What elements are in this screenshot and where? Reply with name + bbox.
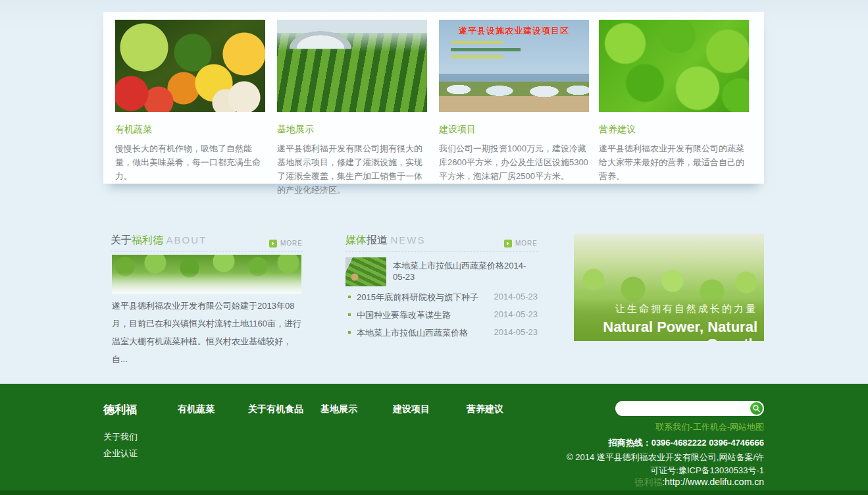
bullet-icon bbox=[348, 313, 351, 316]
lettuce-photo[interactable] bbox=[599, 20, 749, 112]
footer-link-sitemap[interactable]: 网站地图 bbox=[730, 422, 764, 432]
banner-slogan-cn: 让生命拥有自然成长的力量 bbox=[574, 303, 757, 315]
footer-link-certification[interactable]: 企业认证 bbox=[103, 448, 138, 459]
footer-nav-about-organic-food[interactable]: 关于有机食品 bbox=[248, 404, 303, 415]
vegetables-assortment-photo[interactable] bbox=[115, 20, 265, 112]
bullet-icon bbox=[348, 331, 351, 334]
featured-news-title[interactable]: 本地菜上市拉低山西蔬菜价格2014-05-23 bbox=[393, 260, 538, 282]
footer-link-jobs[interactable]: 工作机会 bbox=[693, 422, 727, 432]
search-icon bbox=[752, 404, 761, 413]
about-text: 遂平县德利福农业开发有限公司始建于2013年08月，目前已在和兴镇恒兴村流转土地… bbox=[112, 297, 303, 368]
footer-copyright-line2: 可证号:豫ICP备13030533号-1 bbox=[650, 465, 764, 477]
more-arrow-icon bbox=[269, 240, 277, 248]
more-label: MORE bbox=[280, 240, 303, 247]
featured-news: 本地菜上市拉低山西蔬菜价格2014-05-23 bbox=[345, 256, 538, 286]
footer-nav-organic-vegetables[interactable]: 有机蔬菜 bbox=[178, 404, 215, 415]
construction-billboard-photo[interactable]: 遂平县设施农业建设项目区 bbox=[439, 20, 589, 112]
feature-panel: 有机蔬菜 慢慢长大的有机作物，吸饱了自然能量，做出美味菜肴，每一口都充满生命力。… bbox=[103, 12, 764, 184]
banner-slogan-en: Natural Power, Natural Growth bbox=[574, 319, 757, 341]
news-item-title[interactable]: 本地菜上市拉低山西蔬菜价格 bbox=[357, 327, 468, 339]
card-title[interactable]: 营养建议 bbox=[599, 124, 749, 136]
news-list: 2015年底前科研院校与旗下种子 2014-05-23 中国种业要靠改革谋生路 … bbox=[345, 292, 538, 345]
news-section: 媒体报道 NEWS MORE 本地菜上市拉低山西蔬菜价格2014-05-23 2… bbox=[345, 234, 538, 251]
about-title-en: ABOUT bbox=[166, 234, 207, 246]
news-item-date: 2014-05-23 bbox=[494, 327, 538, 337]
news-item-date: 2014-05-23 bbox=[494, 292, 538, 301]
about-title-prefix: 关于 bbox=[111, 234, 132, 246]
search-button[interactable] bbox=[750, 402, 763, 415]
billboard-title: 遂平县设施农业建设项目区 bbox=[444, 25, 584, 37]
news-title-suffix: 报道 bbox=[367, 234, 388, 246]
news-item-date: 2014-05-23 bbox=[494, 309, 538, 319]
news-header: 媒体报道 NEWS MORE bbox=[345, 234, 538, 251]
card-title[interactable]: 基地展示 bbox=[277, 124, 427, 136]
card-construction-project: 遂平县设施农业建设项目区 建设项目 我们公司一期投资1000万元，建设冷藏库26… bbox=[439, 20, 589, 183]
bullet-icon bbox=[348, 296, 351, 298]
card-base-display: 基地展示 遂平县德利福开发有限公司拥有很大的基地展示项目，修建了灌溉设施，实现了… bbox=[277, 20, 427, 197]
footer-copyright-line1: © 2014 遂平县德利福农业开发有限公司,网站备案/许 bbox=[567, 452, 764, 463]
news-title-highlight: 媒体 bbox=[345, 234, 367, 246]
news-title-en: NEWS bbox=[390, 234, 425, 246]
news-list-item: 中国种业要靠改革谋生路 2014-05-23 bbox=[345, 309, 538, 327]
footer-link-contact-us[interactable]: 联系我们 bbox=[655, 422, 690, 432]
footer-site-label: 德利福 bbox=[634, 477, 662, 487]
footer-quick-links: 联系我们-工作机会-网站地图 bbox=[655, 421, 764, 433]
footer-link-about-us[interactable]: 关于我们 bbox=[103, 431, 138, 443]
greenhouse-tunnel-shape bbox=[281, 22, 360, 49]
promo-banner-image: 让生命拥有自然成长的力量 Natural Power, Natural Grow… bbox=[574, 234, 764, 341]
card-description: 遂平县德利福农业开发有限公司的蔬菜给大家带来最好的营养，最适合自己的营养。 bbox=[599, 142, 749, 183]
about-field-photo bbox=[112, 255, 301, 294]
featured-news-thumbnail[interactable] bbox=[345, 257, 386, 286]
footer-brand-logo: 德利福 bbox=[103, 402, 137, 417]
search-input[interactable] bbox=[622, 402, 740, 415]
about-more-link[interactable]: MORE bbox=[269, 237, 303, 246]
footer-search-box bbox=[615, 401, 764, 416]
footer-nav-nutrition-advice[interactable]: 营养建议 bbox=[467, 404, 503, 415]
page: 有机蔬菜 慢慢长大的有机作物，吸饱了自然能量，做出美味菜肴，每一口都充满生命力。… bbox=[0, 0, 868, 495]
about-header: 关于福利德 ABOUT MORE bbox=[111, 234, 303, 251]
greenhouse-base-photo[interactable] bbox=[277, 20, 427, 112]
footer-bottom-strip bbox=[0, 490, 868, 495]
more-label: MORE bbox=[515, 240, 538, 247]
news-more-link[interactable]: MORE bbox=[504, 237, 538, 246]
about-section: 关于福利德 ABOUT MORE 遂平县德利福农业开发有限公司始建于2013年0… bbox=[111, 234, 303, 251]
footer-site-line: 德利福:http://www.delifu.com.cn bbox=[634, 477, 764, 488]
card-title[interactable]: 建设项目 bbox=[439, 124, 589, 136]
billboard-text-line bbox=[451, 55, 567, 59]
news-list-item: 本地菜上市拉低山西蔬菜价格 2014-05-23 bbox=[345, 327, 538, 345]
footer-site-url[interactable]: :http://www.delifu.com.cn bbox=[662, 477, 764, 487]
billboard-text-line bbox=[451, 48, 567, 51]
footer-nav-construction-project[interactable]: 建设项目 bbox=[393, 404, 430, 415]
news-list-item: 2015年底前科研院校与旗下种子 2014-05-23 bbox=[345, 292, 538, 309]
footer-hotline: 招商热线：0396-4682222 0396-4746666 bbox=[609, 437, 764, 449]
billboard-field-photo bbox=[439, 74, 589, 112]
card-description: 遂平县德利福开发有限公司拥有很大的基地展示项目，修建了灌溉设施，实现了灌溉全覆盖… bbox=[277, 142, 427, 197]
banner-slogan-band: 让生命拥有自然成长的力量 Natural Power, Natural Grow… bbox=[574, 298, 764, 341]
news-item-title[interactable]: 中国种业要靠改革谋生路 bbox=[357, 309, 451, 321]
card-description: 慢慢长大的有机作物，吸饱了自然能量，做出美味菜肴，每一口都充满生命力。 bbox=[115, 142, 265, 183]
card-title[interactable]: 有机蔬菜 bbox=[115, 124, 265, 136]
billboard-text-line bbox=[451, 41, 567, 44]
card-description: 我们公司一期投资1000万元，建设冷藏库2600平方米，办公及生活区设施5300… bbox=[439, 142, 589, 183]
footer-nav-base-display[interactable]: 基地展示 bbox=[320, 404, 357, 415]
card-nutrition-advice: 营养建议 遂平县德利福农业开发有限公司的蔬菜给大家带来最好的营养，最适合自己的营… bbox=[599, 20, 749, 183]
news-item-title[interactable]: 2015年底前科研院校与旗下种子 bbox=[357, 292, 478, 303]
about-title-highlight: 福利德 bbox=[132, 234, 163, 246]
photo-fade-overlay bbox=[112, 255, 301, 294]
more-arrow-icon bbox=[504, 240, 512, 248]
card-organic-vegetables: 有机蔬菜 慢慢长大的有机作物，吸饱了自然能量，做出美味菜肴，每一口都充满生命力。 bbox=[115, 20, 265, 183]
